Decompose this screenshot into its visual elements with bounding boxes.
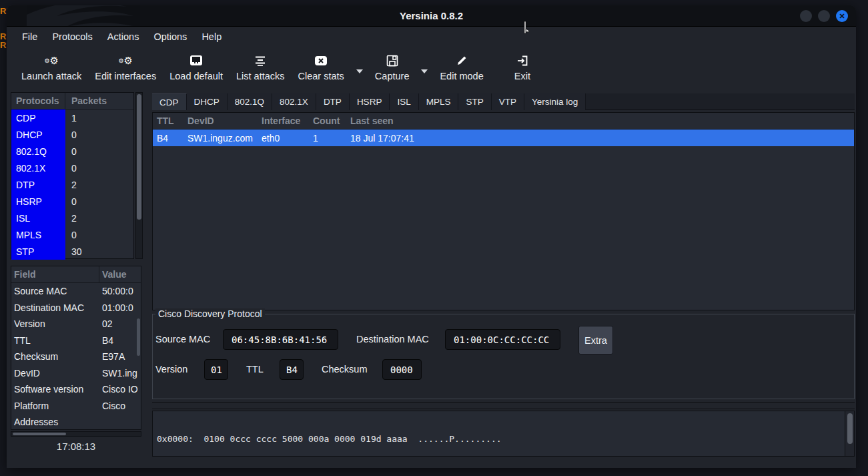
version-field[interactable] [204, 359, 228, 380]
mouse-cursor [519, 20, 531, 36]
chevron-down-icon [421, 69, 428, 73]
hex-dump-view[interactable]: 0x0000: 0100 0ccc cccc 5000 000a 0000 01… [152, 411, 855, 457]
interface-col-header[interactable]: Interface [258, 115, 309, 126]
close-button[interactable]: ✕ [836, 10, 848, 22]
dest-mac-label: Destination MAC [356, 329, 429, 350]
field-row[interactable]: Addresses [11, 414, 141, 431]
field-row[interactable]: Source MAC50:00:0 [11, 283, 141, 300]
devid-col-header[interactable]: DevID [183, 115, 258, 126]
scrollbar-thumb[interactable] [847, 413, 853, 444]
tab-8021q[interactable]: 802.1Q [228, 93, 272, 110]
protocol-row-hsrp[interactable]: HSRP0 [11, 193, 133, 210]
edit-mode-button[interactable]: Edit mode [433, 47, 490, 81]
pane-splitter[interactable] [152, 402, 855, 409]
protocol-row-dtp[interactable]: DTP2 [11, 176, 133, 193]
tab-isl[interactable]: ISL [390, 93, 418, 110]
titlebar[interactable]: Yersinia 0.8.2 ✕ [7, 5, 856, 27]
hex-line: 0x0000: 0100 0ccc cccc 5000 000a 0000 01… [157, 434, 843, 445]
tab-dhcp[interactable]: DHCP [187, 93, 228, 110]
tab-8021x[interactable]: 802.1X [272, 93, 316, 110]
menu-protocols[interactable]: Protocols [45, 27, 99, 47]
protocols-table: Protocols Packets CDP1 DHCP0 802.1Q0 802… [11, 92, 134, 259]
list-icon [255, 52, 266, 69]
load-default-button[interactable]: Load default [163, 47, 230, 81]
value-col-header[interactable]: Value [99, 269, 141, 280]
protocol-row-mpls[interactable]: MPLS0 [11, 226, 133, 243]
lastseen-col-header[interactable]: Last seen [346, 115, 854, 126]
maximize-button[interactable] [818, 10, 830, 22]
protocol-row-8021q[interactable]: 802.1Q0 [11, 143, 133, 160]
protocols-col-header[interactable]: Protocols [11, 93, 65, 109]
protocol-row-dhcp[interactable]: DHCP0 [11, 126, 133, 143]
list-attacks-button[interactable]: List attacks [230, 47, 292, 81]
field-row[interactable]: ChecksumE97A [11, 348, 141, 365]
fields-horizontal-scrollbar[interactable] [11, 431, 141, 437]
tab-hsrp[interactable]: HSRP [350, 93, 390, 110]
tab-cdp[interactable]: CDP [152, 93, 187, 110]
version-label: Version [155, 359, 187, 380]
clear-stats-dropdown[interactable] [351, 47, 368, 73]
minimize-button[interactable] [800, 10, 812, 22]
gears-icon: ⚙⚙ [118, 52, 133, 69]
protocol-tabbar: CDP DHCP 802.1Q 802.1X DTP HSRP ISL MPLS… [152, 93, 855, 110]
source-mac-label: Source MAC [155, 329, 210, 350]
scrollbar-thumb[interactable] [137, 94, 141, 220]
checksum-field[interactable] [382, 359, 422, 380]
protocols-scrollbar[interactable] [135, 92, 143, 259]
tab-dtp[interactable]: DTP [316, 93, 350, 110]
fields-scrollbar-thumb[interactable] [137, 318, 140, 356]
protocol-row-isl[interactable]: ISL2 [11, 210, 133, 226]
tab-stp[interactable]: STP [458, 93, 491, 110]
window-title: Yersinia 0.8.2 [7, 5, 856, 27]
clear-icon [314, 52, 328, 69]
cdp-packet-table: TTL DevID Interface Count Last seen B4 S… [152, 112, 855, 310]
edit-interfaces-button[interactable]: ⚙⚙ Edit interfaces [88, 47, 163, 81]
count-col-header[interactable]: Count [309, 115, 346, 126]
chevron-down-icon [356, 69, 363, 73]
exit-icon [516, 52, 528, 69]
packets-col-header[interactable]: Packets [65, 95, 107, 106]
extra-button[interactable]: Extra [578, 326, 613, 354]
tab-yersinia-log[interactable]: Yersinia log [524, 93, 586, 110]
menu-options[interactable]: Options [146, 27, 194, 47]
clear-stats-button[interactable]: Clear stats [292, 47, 351, 81]
ttl-field[interactable] [280, 359, 304, 380]
ttl-col-header[interactable]: TTL [153, 115, 183, 126]
source-mac-field[interactable] [223, 329, 338, 350]
field-row[interactable]: Version02 [11, 316, 141, 332]
ttl-label: TTL [246, 359, 264, 380]
menu-actions[interactable]: Actions [100, 27, 147, 47]
scrollbar-thumb[interactable] [13, 433, 66, 435]
packet-row-selected[interactable]: B4 SW1.inguz.com eth0 1 18 Jul 17:07:41 [153, 130, 854, 146]
menu-help[interactable]: Help [194, 27, 229, 47]
gears-icon: ⚙⚙ [44, 52, 59, 69]
tab-vtp[interactable]: VTP [492, 93, 524, 110]
toolbar: ⚙⚙ Launch attack ⚙⚙ Edit interfaces Load… [7, 47, 856, 87]
field-col-header[interactable]: Field [11, 266, 99, 282]
protocol-row-cdp[interactable]: CDP1 [11, 109, 133, 126]
checksum-label: Checksum [322, 359, 368, 380]
exit-button[interactable]: Exit [508, 47, 537, 81]
save-icon [386, 52, 398, 69]
field-row[interactable]: TTLB4 [11, 332, 141, 349]
status-time: 17:08:13 [11, 441, 141, 452]
protocol-row-8021x[interactable]: 802.1X0 [11, 160, 133, 176]
field-row[interactable]: Destination MAC01:00:0 [11, 300, 141, 316]
group-title: Cisco Discovery Protocol [155, 308, 265, 319]
fields-table: Field Value Source MAC50:00:0 Destinatio… [11, 266, 141, 430]
menu-file[interactable]: File [15, 27, 45, 47]
tab-mpls[interactable]: MPLS [419, 93, 459, 110]
field-row[interactable]: PlatformCisco [11, 398, 141, 415]
field-row[interactable]: DevIDSW1.ing [11, 365, 141, 382]
pencil-icon [456, 52, 468, 69]
hex-scrollbar[interactable] [845, 411, 854, 456]
network-port-icon [189, 52, 203, 69]
capture-button[interactable]: Capture [368, 47, 416, 81]
dest-mac-field[interactable] [445, 329, 560, 350]
capture-dropdown[interactable] [416, 47, 433, 73]
protocol-row-stp[interactable]: STP30 [11, 243, 133, 260]
main-content: Protocols Packets CDP1 DHCP0 802.1Q0 802… [7, 87, 856, 468]
field-row[interactable]: Software versionCisco IO [11, 381, 141, 398]
yersinia-window: Yersinia 0.8.2 ✕ File Protocols Actions … [7, 5, 856, 468]
launch-attack-button[interactable]: ⚙⚙ Launch attack [15, 47, 88, 81]
